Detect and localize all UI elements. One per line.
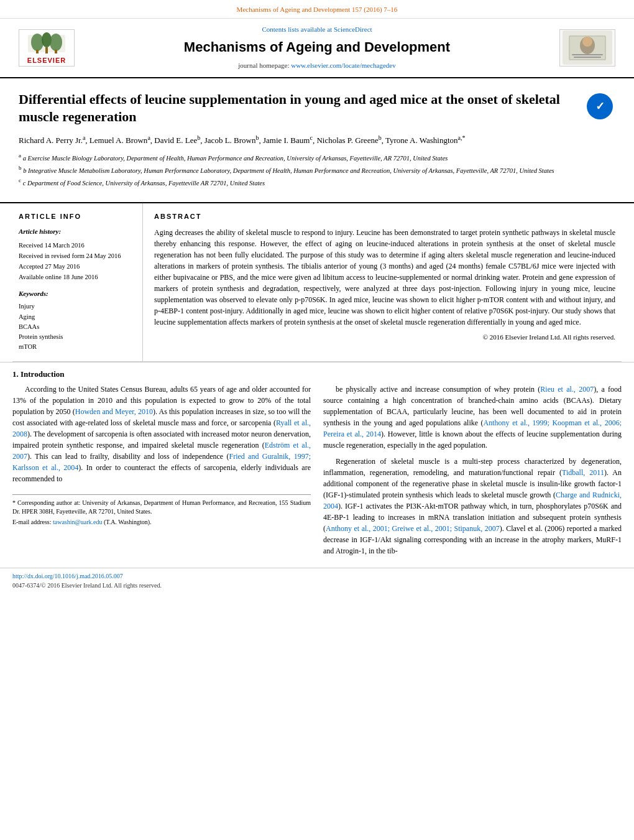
- intro-left-col: According to the United States Census Bu…: [12, 384, 311, 561]
- accepted-date: Accepted 27 May 2016: [19, 262, 134, 271]
- science-direct-link[interactable]: ScienceDirect: [334, 25, 372, 33]
- svg-rect-6: [55, 50, 57, 53]
- received-date: Received 14 March 2016: [19, 241, 134, 250]
- introduction-section: 1. Introduction According to the United …: [0, 362, 634, 568]
- keyword-injury: Injury: [19, 302, 134, 311]
- issn-line: 0047-6374/© 2016 Elsevier Ireland Ltd. A…: [12, 582, 162, 589]
- intro-left-paragraph: According to the United States Census Bu…: [12, 384, 311, 484]
- doi-link[interactable]: http://dx.doi.org/10.1016/j.mad.2016.05.…: [12, 573, 123, 579]
- intro-columns: According to the United States Census Bu…: [12, 384, 622, 561]
- article-body: ARTICLE INFO Article history: Received 1…: [0, 202, 634, 361]
- intro-label: Introduction: [21, 369, 65, 379]
- top-bar: Mechanisms of Ageing and Development 157…: [0, 0, 634, 19]
- svg-rect-13: [574, 57, 601, 58]
- abstract-paragraph: Aging decreases the ability of skeletal …: [154, 227, 615, 328]
- article-info-heading: ARTICLE INFO: [19, 212, 134, 222]
- svg-text:✓: ✓: [595, 100, 605, 113]
- journal-header: ELSEVIER Contents lists available at Sci…: [0, 19, 634, 78]
- elsevier-logo: ELSEVIER: [19, 29, 75, 67]
- homepage-url[interactable]: www.elsevier.com/locate/mechagedev: [291, 62, 396, 69]
- svg-rect-4: [36, 50, 39, 53]
- crossmark-badge[interactable]: ✓: [584, 91, 615, 122]
- authors-line: Richard A. Perry Jr.a, Lemuel A. Browna,…: [19, 134, 615, 147]
- footer-bar: http://dx.doi.org/10.1016/j.mad.2016.05.…: [0, 568, 634, 594]
- keyword-protein-synthesis: Protein synthesis: [19, 332, 134, 341]
- affiliation-b: b b Integrative Muscle Metabolism Labora…: [19, 164, 615, 175]
- homepage-label: journal homepage:: [238, 62, 289, 69]
- left-column: ARTICLE INFO Article history: Received 1…: [12, 203, 143, 361]
- right-column: ABSTRACT Aging decreases the ability of …: [143, 203, 622, 361]
- intro-right-para2: Regeneration of skeletal muscle is a mul…: [323, 456, 622, 556]
- crossmark-icon: ✓: [587, 93, 613, 119]
- intro-left-text: According to the United States Census Bu…: [12, 384, 311, 484]
- keywords-label: Keywords:: [19, 289, 134, 299]
- journal-main-title: Mechanisms of Ageing and Development: [87, 37, 547, 57]
- affiliation-c: c c Department of Food Science, Universi…: [19, 177, 615, 188]
- journal-title-center: Contents lists available at ScienceDirec…: [75, 25, 559, 71]
- email-attribution: (T.A. Washington).: [104, 519, 152, 525]
- abstract-heading: ABSTRACT: [154, 212, 615, 222]
- keyword-mtor: mTOR: [19, 342, 134, 351]
- intro-title: 1. Introduction: [12, 369, 622, 381]
- keyword-bcaas: BCAAs: [19, 322, 134, 331]
- homepage-line: journal homepage: www.elsevier.com/locat…: [87, 61, 547, 71]
- email-label: E-mail address:: [12, 519, 53, 525]
- contents-line: Contents lists available at ScienceDirec…: [87, 25, 547, 35]
- contents-text: Contents lists available at: [262, 25, 332, 33]
- svg-rect-12: [572, 54, 603, 55]
- abstract-text: Aging decreases the ability of skeletal …: [154, 227, 615, 328]
- elsevier-graphic: [25, 30, 68, 55]
- article-title-row: Differential effects of leucine suppleme…: [19, 91, 615, 126]
- journal-logo-right: [559, 29, 615, 67]
- footnote-section: * Corresponding author at: University of…: [12, 494, 311, 527]
- svg-point-11: [582, 37, 592, 47]
- svg-point-3: [50, 34, 62, 51]
- keywords-section: Keywords: Injury Aging BCAAs Protein syn…: [19, 289, 134, 351]
- page-container: Mechanisms of Ageing and Development 157…: [0, 0, 634, 594]
- copyright-line: © 2016 Elsevier Ireland Ltd. All rights …: [154, 333, 615, 343]
- svg-point-1: [31, 34, 44, 51]
- article-history-label: Article history:: [19, 227, 134, 237]
- journal-citation: Mechanisms of Ageing and Development 157…: [237, 6, 398, 13]
- email-link[interactable]: tawashin@uark.edu: [53, 519, 102, 525]
- intro-right-text: be physically active and increase consum…: [323, 384, 622, 556]
- affiliations: a a Exercise Muscle Biology Laboratory, …: [19, 152, 615, 188]
- intro-number: 1.: [12, 369, 19, 379]
- intro-right-para1: be physically active and increase consum…: [323, 384, 622, 451]
- article-title-section: Differential effects of leucine suppleme…: [0, 78, 634, 196]
- available-online: Available online 18 June 2016: [19, 272, 134, 282]
- svg-rect-5: [45, 47, 48, 53]
- keyword-aging: Aging: [19, 312, 134, 321]
- footnote-email: E-mail address: tawashin@uark.edu (T.A. …: [12, 518, 311, 527]
- intro-right-col: be physically active and increase consum…: [323, 384, 622, 561]
- elsevier-text: ELSEVIER: [27, 56, 66, 66]
- received-revised: Received in revised form 24 May 2016: [19, 251, 134, 261]
- footnote-corresponding: * Corresponding author at: University of…: [12, 499, 311, 516]
- affiliation-a: a a Exercise Muscle Biology Laboratory, …: [19, 152, 615, 163]
- article-main-title: Differential effects of leucine suppleme…: [19, 91, 584, 126]
